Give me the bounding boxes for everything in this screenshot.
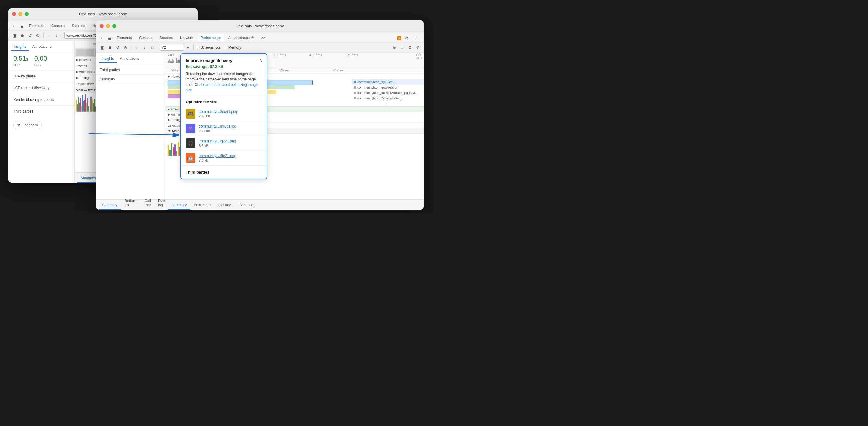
insights-tab-insights-1[interactable]: Insights [11,43,29,51]
titlebar-1: DevTools - www.reddit.com/ [8,8,198,20]
file-size-1: 29.8 kB [199,114,237,118]
tab-elements-2[interactable]: Elements [114,34,135,42]
close-button-2[interactable] [100,24,104,28]
lcp-label: LCP [13,63,28,67]
tab-elements-1[interactable]: Elements [26,22,48,30]
sep-1 [43,32,43,38]
insights-tab-annotations-1[interactable]: Annotations [29,43,54,51]
settings-icon-2b[interactable]: ⚙ [406,44,413,51]
url-bar-2[interactable]: #2 [160,44,184,51]
upload-icon-2[interactable]: ↑ [133,44,140,51]
learn-more-link[interactable]: Learn more about optimizing image size [186,83,258,92]
dropdown-icon-2[interactable]: ▼ [184,44,192,51]
titlebar-2: DevTools - www.reddit.com/ [96,21,424,32]
insight-third-parties[interactable]: Third parties [8,106,74,118]
insight-summary-2[interactable]: Summary [96,75,165,84]
screenshots-checkbox-2[interactable] [195,46,199,49]
upload-icon[interactable]: ↑ [45,32,53,39]
insights-panel-2: Insights Annotations Third parties Summa… [96,53,165,209]
insights-tab-annotations-2[interactable]: Annotations [117,55,142,63]
file-info-3: communityl...bj221.png 8.5 kB [199,139,236,148]
home-icon-2[interactable]: ⌂ [149,44,156,51]
panel-icon[interactable]: ▣ [11,32,18,39]
bottom-tab-call-tree-2b[interactable]: Call tree [214,201,235,209]
lcp-value: 0.51s [13,55,28,62]
refresh-icon-2[interactable]: ↺ [114,44,121,51]
file-thumb-2: 👾 [186,124,195,133]
more-icon-2[interactable]: ⋮ [412,35,420,42]
file-thumb-4: 🤖 [186,153,195,163]
url-value-2: #2 [162,45,166,50]
tab-ai-assistance-2[interactable]: AI assistance ⚗ [225,34,257,42]
file-link-3[interactable]: communityl...bj221.png [199,139,236,143]
minimize-button-2[interactable] [106,24,110,28]
req-item-2[interactable]: communityIcon_qqtvyeb0b... [352,85,424,90]
bottom-tabs-2: Summary Bottom-up Call tree Event log [96,199,165,209]
file-item-2: 👾 communityl...mr3d1.jpg 23.7 kB [181,121,267,136]
ruler-3997ms: 3,997 ms [273,54,286,57]
feedback-button-1[interactable]: ⚗ Feedback [13,121,42,129]
popup-close-button[interactable]: ∧ [258,57,264,63]
bottom-tab-call-tree-2[interactable]: Call tree [141,197,154,209]
insight-third-parties-2[interactable]: Third parties [96,65,165,75]
tab-more-2[interactable]: >> [258,34,269,42]
record-icon-2[interactable]: ⏺ [106,44,114,51]
clear-icon[interactable]: ⊘ [34,32,41,39]
traffic-lights-1 [12,12,29,16]
req-item-3[interactable]: communityIcon_hlczkoi3mr3d1.jpg (styl... [352,90,424,95]
download-icon-2[interactable]: ↓ [141,44,148,51]
tab-performance-2[interactable]: Performance [197,34,224,42]
feedback-icon: ⚗ [17,123,21,127]
file-info-1: communityl...8oq61.png 29.8 kB [199,109,237,118]
net-label: NET [416,57,423,60]
file-link-4[interactable]: communityl...6kr21.png [199,154,236,158]
req-item-1[interactable]: communityIcon_9yj66cjf8... [352,79,424,85]
sep-2c [193,44,194,51]
bottom-tab-bottom-up-2[interactable]: Bottom-up [121,197,141,209]
toolbar-2: ▣ ⏺ ↺ ⊘ ↑ ↓ ⌂ #2 ▼ Screenshots Memory ≋ … [96,42,424,53]
bottom-tab-summary-2b[interactable]: Summary [168,201,190,209]
refresh-icon[interactable]: ↺ [26,32,34,39]
clear-icon-2[interactable]: ⊘ [122,44,129,51]
cls-label: CLS [34,63,47,67]
help-icon-2[interactable]: ? [414,44,421,51]
bottom-tab-summary-2[interactable]: Summary [98,201,121,209]
download-icon[interactable]: ↓ [53,32,60,39]
cpu-throttle-icon[interactable]: ↕ [398,44,406,51]
ruler-7ms: 7 ms [168,54,174,57]
insights-tab-insights-2[interactable]: Insights [98,55,117,63]
close-button-1[interactable] [12,12,16,16]
network-throttle-icon[interactable]: ≋ [391,44,398,51]
tab-network-2[interactable]: Network [177,34,196,42]
record-icon[interactable]: ⏺ [19,32,26,39]
file-link-2[interactable]: communityl...mr3d1.jpg [199,124,236,129]
settings-icon-2[interactable]: ⚙ [403,35,410,42]
popup-card: Improve image delivery Est savings: 67.2… [180,54,268,179]
req-item-4[interactable]: communityIcon_2cbkzwfs6kr... [352,95,424,101]
memory-checkbox[interactable] [223,46,227,49]
tab-console-2[interactable]: Console [136,34,156,42]
maximize-button-1[interactable] [25,12,29,16]
panel-icon-2[interactable]: ▣ [98,44,106,51]
inspector-icon[interactable]: ▣ [18,23,25,30]
insight-render-blocking[interactable]: Render blocking requests [8,94,74,106]
url-value-1: www.reddit.com #2 [66,33,97,37]
bottom-tab-event-log-2b[interactable]: Event log [235,201,257,209]
bottom-tab-bottom-up-2b[interactable]: Bottom-up [190,201,214,209]
tab-sources-2[interactable]: Sources [156,34,176,42]
insight-lcp-phase[interactable]: LCP by phase [8,70,74,82]
tab-sources-1[interactable]: Sources [68,22,88,30]
file-link-1[interactable]: communityl...8oq61.png [199,109,237,114]
inspector-icon-2[interactable]: ▣ [106,35,113,42]
screenshots-checkbox-2-label[interactable]: Screenshots [195,45,220,50]
memory-checkbox-label[interactable]: Memory [223,45,241,50]
minimize-button-1[interactable] [18,12,22,16]
popup-optimize-title: Optimize file size [181,96,267,106]
cursor-icon-2[interactable]: ⌖ [98,35,105,42]
maximize-button-2[interactable] [112,24,116,28]
insights-tabs-1: Insights Annotations [8,41,74,51]
insight-lcp-request[interactable]: LCP request discovery [8,82,74,94]
cursor-icon[interactable]: ⌖ [10,23,18,30]
sep-2a [131,44,131,51]
tab-console-1[interactable]: Console [48,22,68,30]
